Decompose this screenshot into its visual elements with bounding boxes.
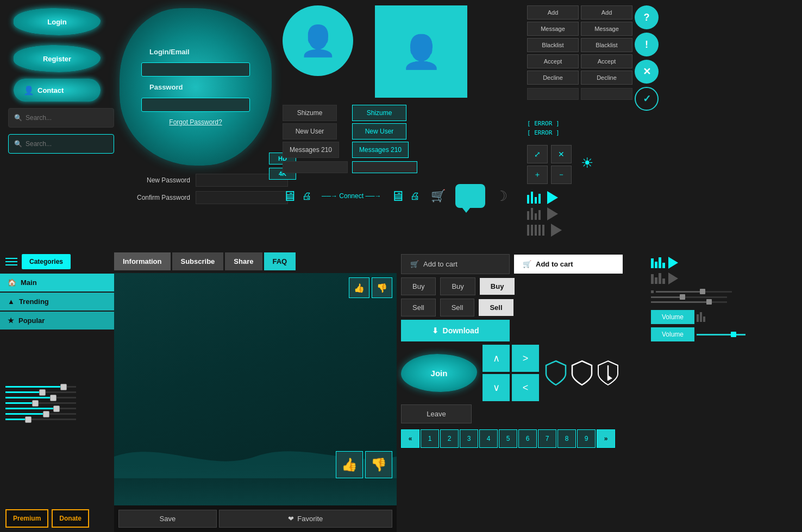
arrow-right[interactable]: > [512,345,539,372]
search-bar-2[interactable]: 🔍 [8,134,114,154]
slider-6[interactable] [5,413,109,415]
username-cell-1[interactable]: Shizume [283,105,337,121]
leave-button[interactable]: Leave [401,404,472,423]
status-cell-1[interactable]: New User [283,123,337,140]
play-extra-2[interactable] [668,273,678,284]
register-button[interactable]: Register [14,45,101,72]
add-button-1[interactable]: Add [527,5,579,20]
exclaim-circle-btn[interactable]: ! [635,33,659,56]
sell-button-1[interactable]: Sell [401,299,436,316]
slider-5[interactable] [5,408,109,409]
arrow-up[interactable]: ∧ [483,345,510,372]
tab-bar: Information Subscribe Share FAQ [114,250,397,273]
icon-grid: ⤢ ✕ ＋ － [527,145,573,184]
page-7[interactable]: 7 [538,429,556,448]
nav-main[interactable]: 🏠 Main [0,274,114,292]
nav-trending[interactable]: ▲ Trending [0,293,114,311]
search-input-1[interactable] [26,114,108,122]
contact-button[interactable]: 👤 Contact [14,79,101,102]
slider-4[interactable] [5,402,109,404]
play-extra-1[interactable] [668,257,678,269]
play-btn-2[interactable] [547,207,558,220]
volume-button-1[interactable]: Volume [651,310,694,324]
donate-button[interactable]: Donate [52,509,89,528]
expand-icon[interactable]: ⤢ [527,145,548,163]
accept-button-2[interactable]: Accept [581,54,632,68]
message-button-1[interactable]: Message [527,22,579,36]
slider-3[interactable] [5,397,109,398]
minus-icon[interactable]: － [551,166,572,184]
page-8[interactable]: 8 [557,429,576,448]
confirm-password-input[interactable] [196,191,288,204]
volume-button-2[interactable]: Volume [651,327,694,341]
plus-icon[interactable]: ＋ [527,166,548,184]
message-button-2[interactable]: Message [581,22,632,36]
buy-button-1[interactable]: Buy [401,277,436,295]
messages-cell-1[interactable]: Messages 210 [283,142,339,158]
volume-row-2: Volume [651,327,778,341]
extra-slider-1[interactable] [651,290,778,293]
page-2[interactable]: 2 [440,429,459,448]
arrow-down[interactable]: ∨ [483,374,510,401]
check-circle-btn[interactable]: ✓ [635,87,659,111]
thumb-up-large[interactable]: 👍 [336,451,363,478]
add-to-cart-button-1[interactable]: 🛒 Add to cart [401,254,510,274]
buy-button-2[interactable]: Buy [440,277,475,295]
categories-button[interactable]: Categories [22,254,71,269]
close-icon[interactable]: ✕ [551,145,572,163]
decline-button-2[interactable]: Decline [581,71,632,85]
tab-information[interactable]: Information [114,252,171,270]
page-prev-button[interactable]: « [401,429,419,448]
play-btn-3[interactable] [551,224,562,237]
page-1[interactable]: 1 [421,429,439,448]
sell-button-3[interactable]: Sell [479,299,513,316]
slider-7[interactable] [5,419,109,420]
page-5[interactable]: 5 [499,429,517,448]
nav-popular[interactable]: ★ Popular [0,312,114,330]
page-next-button[interactable]: » [597,429,615,448]
connect-area: 🖥 🖨 ──→ Connect ──→ 🖥 🖨 🛒 ☽ [283,181,516,211]
page-9[interactable]: 9 [577,429,596,448]
arrow-left[interactable]: < [512,374,539,401]
extra-slider-2[interactable] [651,296,778,298]
username-cell-2[interactable]: Shizume [352,105,406,121]
forgot-password-link[interactable]: Forgot Password? [169,118,222,126]
slider-1[interactable] [5,386,109,388]
close-circle-btn[interactable]: ✕ [635,60,659,84]
search-bar-1[interactable]: 🔍 [8,108,114,128]
extra-slider-3[interactable] [651,301,778,303]
login-button[interactable]: Login [14,8,101,35]
password-input[interactable] [141,98,250,112]
add-to-cart-button-2[interactable]: 🛒 Add to cart [514,255,623,274]
thumb-down-mini[interactable]: 👎 [372,277,392,298]
thumb-down-large[interactable]: 👎 [365,451,392,478]
tab-subscribe[interactable]: Subscribe [172,252,224,270]
premium-button[interactable]: Premium [5,509,48,528]
download-button[interactable]: ⬇ Download [401,320,510,341]
page-3[interactable]: 3 [460,429,478,448]
sell-button-2[interactable]: Sell [440,299,475,316]
tab-share[interactable]: Share [225,252,262,270]
favorite-button[interactable]: ❤ Favorite [219,510,392,528]
add-button-2[interactable]: Add [581,5,632,20]
hamburger-menu[interactable] [5,258,17,265]
page-4[interactable]: 4 [479,429,498,448]
join-button[interactable]: Join [401,354,477,392]
save-button[interactable]: Save [118,510,217,528]
messages-cell-2[interactable]: Messages 210 [352,142,409,158]
page-6[interactable]: 6 [518,429,537,448]
volume-slider-2[interactable] [697,334,745,335]
decline-button-1[interactable]: Decline [527,71,579,85]
slider-2[interactable] [5,391,109,393]
login-email-input[interactable] [141,62,250,77]
search-input-2[interactable] [26,140,108,148]
accept-button-1[interactable]: Accept [527,54,579,68]
thumb-up-mini[interactable]: 👍 [349,277,369,298]
blacklist-button-2[interactable]: Blacklist [581,38,632,52]
tab-faq[interactable]: FAQ [264,252,296,270]
play-btn-1[interactable] [547,191,558,204]
status-cell-2[interactable]: New User [352,123,406,140]
blacklist-button-1[interactable]: Blacklist [527,38,579,52]
buy-button-3[interactable]: Buy [480,278,515,295]
question-circle-btn[interactable]: ? [635,5,659,29]
